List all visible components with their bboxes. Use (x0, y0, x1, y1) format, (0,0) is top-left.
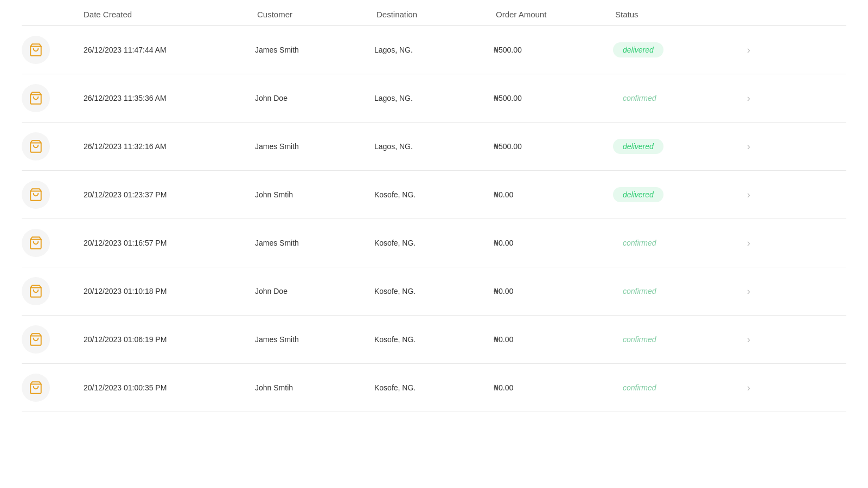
row-chevron: › (732, 189, 765, 201)
row-icon-cell (22, 229, 81, 257)
table-header: Date Created Customer Destination Order … (22, 0, 846, 26)
cart-icon-wrap (22, 36, 50, 64)
cart-icon (29, 188, 43, 202)
row-customer: James Smith (255, 335, 374, 344)
cart-icon (29, 139, 43, 153)
row-amount: ₦0.00 (494, 190, 613, 199)
cart-icon (29, 332, 43, 346)
row-amount: ₦0.00 (494, 239, 613, 247)
table-row[interactable]: 20/12/2023 01:06:19 PM James Smith Kosof… (22, 316, 846, 364)
row-amount: ₦0.00 (494, 335, 613, 344)
row-status-cell: confirmed (613, 284, 732, 299)
table-row[interactable]: 20/12/2023 01:23:37 PM John Smtih Kosofe… (22, 171, 846, 219)
cart-icon (29, 43, 43, 57)
row-date: 20/12/2023 01:16:57 PM (81, 239, 255, 247)
row-date: 26/12/2023 11:35:36 AM (81, 94, 255, 102)
row-amount: ₦500.00 (494, 142, 613, 151)
cart-icon (29, 381, 43, 395)
status-badge: confirmed (613, 91, 666, 106)
header-destination: Destination (374, 10, 494, 19)
row-amount: ₦500.00 (494, 46, 613, 54)
row-chevron: › (732, 141, 765, 152)
status-badge: confirmed (613, 284, 666, 299)
row-customer: James Smith (255, 239, 374, 247)
row-customer: John Doe (255, 287, 374, 296)
row-customer: John Smtih (255, 383, 374, 392)
cart-icon (29, 236, 43, 250)
status-badge: confirmed (613, 332, 666, 347)
row-destination: Lagos, NG. (374, 94, 494, 102)
row-destination: Kosofe, NG. (374, 287, 494, 296)
row-chevron: › (732, 237, 765, 249)
header-amount: Order Amount (494, 10, 613, 19)
row-icon-cell (22, 181, 81, 209)
row-destination: Lagos, NG. (374, 142, 494, 151)
table-row[interactable]: 20/12/2023 01:16:57 PM James Smith Kosof… (22, 219, 846, 267)
header-date: Date Created (81, 10, 255, 19)
row-destination: Kosofe, NG. (374, 383, 494, 392)
row-icon-cell (22, 132, 81, 160)
table-row[interactable]: 26/12/2023 11:32:16 AM James Smith Lagos… (22, 123, 846, 171)
row-status-cell: confirmed (613, 380, 732, 395)
cart-icon-wrap (22, 277, 50, 305)
row-status-cell: delivered (613, 187, 732, 202)
table-row[interactable]: 26/12/2023 11:47:44 AM James Smith Lagos… (22, 26, 846, 74)
header-customer: Customer (255, 10, 374, 19)
table-row[interactable]: 26/12/2023 11:35:36 AM John Doe Lagos, N… (22, 74, 846, 123)
header-icon-col (22, 10, 81, 19)
row-amount: ₦0.00 (494, 383, 613, 392)
row-destination: Kosofe, NG. (374, 335, 494, 344)
row-status-cell: confirmed (613, 235, 732, 251)
row-icon-cell (22, 36, 81, 64)
cart-icon-wrap (22, 325, 50, 354)
row-customer: John Smtih (255, 190, 374, 199)
row-destination: Kosofe, NG. (374, 190, 494, 199)
row-customer: James Smith (255, 46, 374, 54)
row-date: 20/12/2023 01:10:18 PM (81, 287, 255, 296)
row-destination: Lagos, NG. (374, 46, 494, 54)
row-date: 20/12/2023 01:06:19 PM (81, 335, 255, 344)
row-date: 20/12/2023 01:00:35 PM (81, 383, 255, 392)
status-badge: delivered (613, 187, 663, 202)
row-chevron: › (732, 93, 765, 104)
row-amount: ₦500.00 (494, 94, 613, 102)
row-customer: James Smith (255, 142, 374, 151)
row-date: 26/12/2023 11:47:44 AM (81, 46, 255, 54)
row-icon-cell (22, 374, 81, 402)
row-chevron: › (732, 334, 765, 345)
row-destination: Kosofe, NG. (374, 239, 494, 247)
table-row[interactable]: 20/12/2023 01:10:18 PM John Doe Kosofe, … (22, 267, 846, 316)
row-chevron: › (732, 286, 765, 297)
row-status-cell: delivered (613, 139, 732, 154)
header-status: Status (613, 10, 732, 19)
table-row[interactable]: 20/12/2023 01:00:35 PM John Smtih Kosofe… (22, 364, 846, 412)
row-amount: ₦0.00 (494, 287, 613, 296)
status-badge: confirmed (613, 380, 666, 395)
cart-icon (29, 284, 43, 298)
row-chevron: › (732, 44, 765, 56)
row-icon-cell (22, 277, 81, 305)
table-body: 26/12/2023 11:47:44 AM James Smith Lagos… (22, 26, 846, 412)
row-status-cell: delivered (613, 42, 732, 57)
row-customer: John Doe (255, 94, 374, 102)
header-chevron-col (732, 10, 765, 19)
row-status-cell: confirmed (613, 91, 732, 106)
status-badge: confirmed (613, 235, 666, 251)
cart-icon-wrap (22, 84, 50, 112)
status-badge: delivered (613, 42, 663, 57)
row-date: 26/12/2023 11:32:16 AM (81, 142, 255, 151)
row-icon-cell (22, 325, 81, 354)
cart-icon-wrap (22, 132, 50, 160)
row-date: 20/12/2023 01:23:37 PM (81, 190, 255, 199)
row-status-cell: confirmed (613, 332, 732, 347)
status-badge: delivered (613, 139, 663, 154)
cart-icon-wrap (22, 374, 50, 402)
row-icon-cell (22, 84, 81, 112)
orders-table: Date Created Customer Destination Order … (0, 0, 868, 488)
row-chevron: › (732, 382, 765, 394)
cart-icon (29, 91, 43, 105)
cart-icon-wrap (22, 229, 50, 257)
cart-icon-wrap (22, 181, 50, 209)
